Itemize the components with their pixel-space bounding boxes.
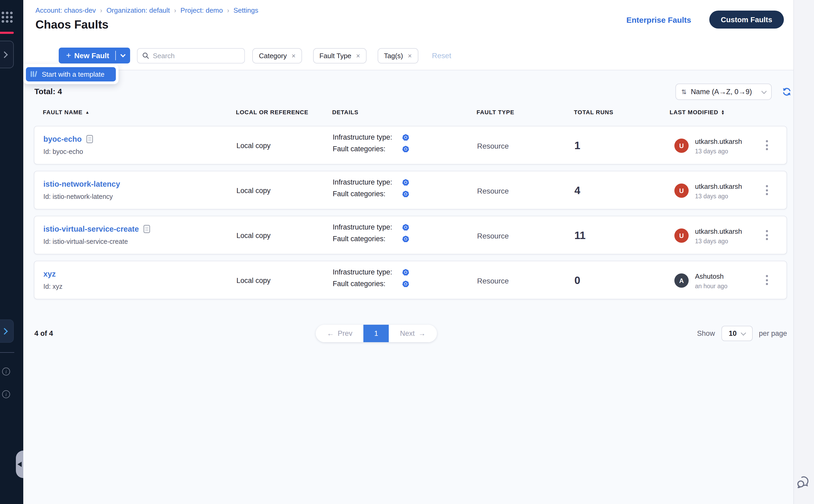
table-row[interactable]: byoc-echo Id: byoc-echo Local copy Infra… — [34, 126, 787, 164]
modified-by-user: utkarsh.utkarsh — [695, 137, 742, 145]
sort-select-value: Name (A→Z, 0→9) — [691, 88, 758, 96]
row-menu-button[interactable] — [766, 140, 768, 150]
local-or-reference-value: Local copy — [236, 171, 271, 210]
filter-chip-fault-type[interactable]: Fault Type × — [313, 48, 367, 63]
nav-expand-button[interactable] — [0, 41, 14, 68]
copy-icon[interactable] — [143, 225, 150, 233]
chevron-down-icon — [761, 88, 767, 94]
kubernetes-icon — [402, 280, 409, 287]
support-chat-icon[interactable] — [795, 474, 811, 492]
app-grid-icon[interactable] — [2, 12, 13, 23]
fault-id: Id: istio-virtual-service-create — [43, 238, 150, 245]
fault-type-value: Resource — [477, 171, 509, 210]
copy-icon[interactable] — [86, 135, 93, 143]
new-fault-dropdown-toggle[interactable] — [116, 54, 130, 57]
modified-by-user: Ashutosh — [695, 272, 728, 280]
breadcrumb-account[interactable]: Account: chaos-dev — [35, 6, 96, 14]
column-fault-name[interactable]: FAULT NAME ▲ — [43, 109, 90, 115]
filter-chip-label: Tag(s) — [384, 52, 403, 59]
fault-id: Id: xyz — [43, 283, 62, 290]
right-gutter — [793, 0, 814, 504]
breadcrumb-separator: › — [100, 7, 102, 14]
modified-by-user: utkarsh.utkarsh — [695, 227, 742, 235]
enterprise-faults-link[interactable]: Enterprise Faults — [626, 15, 691, 24]
fault-name-link[interactable]: istio-virtual-service-create — [43, 225, 139, 233]
total-runs-value: 0 — [574, 261, 580, 300]
arrow-left-icon: ← — [327, 329, 334, 337]
fault-name-link[interactable]: byoc-echo — [43, 135, 82, 143]
breadcrumb-project[interactable]: Project: demo — [180, 6, 223, 14]
search-field[interactable] — [137, 48, 245, 63]
search-input[interactable] — [153, 52, 240, 59]
local-or-reference-value: Local copy — [236, 126, 271, 165]
page-size-select[interactable]: 10 — [721, 326, 752, 341]
custom-faults-button[interactable]: Custom Faults — [709, 11, 784, 29]
close-icon[interactable]: × — [356, 52, 360, 59]
total-count: Total: 4 — [34, 87, 62, 96]
fault-type-value: Resource — [477, 261, 509, 300]
avatar: A — [674, 273, 689, 288]
kubernetes-icon — [402, 178, 409, 186]
row-menu-button[interactable] — [766, 185, 768, 195]
kubernetes-icon — [402, 134, 409, 141]
column-last-modified[interactable]: LAST MODIFIED ▲▼ — [670, 109, 725, 115]
sort-arrows-icon: ⇅ — [681, 88, 687, 95]
breadcrumb: Account: chaos-dev › Organization: defau… — [35, 6, 258, 14]
plus-icon: + — [66, 51, 71, 60]
refresh-button[interactable] — [782, 87, 792, 97]
per-page-label: per page — [759, 329, 787, 337]
rail-divider — [0, 352, 14, 353]
local-or-reference-value: Local copy — [236, 261, 271, 300]
info-icon[interactable]: i — [2, 390, 10, 398]
kubernetes-icon — [402, 145, 409, 153]
fault-name-link[interactable]: istio-network-latency — [43, 180, 120, 188]
chevron-down-icon — [741, 330, 746, 335]
infrastructure-type-label: Infrastructure type: — [333, 223, 402, 231]
modified-by-user: utkarsh.utkarsh — [695, 182, 742, 190]
table-row[interactable]: istio-virtual-service-create Id: istio-v… — [34, 216, 787, 254]
pagination-count: 4 of 4 — [34, 329, 53, 337]
show-label: Show — [697, 329, 715, 337]
page-number-active[interactable]: 1 — [364, 325, 389, 342]
app-viewport: i i Account: chaos-dev › Organization: d… — [0, 0, 814, 504]
avatar: U — [674, 139, 689, 153]
info-icon[interactable]: i — [2, 368, 10, 375]
reset-filters-link[interactable]: Reset — [432, 51, 451, 60]
next-page-button[interactable]: Next → — [389, 325, 437, 342]
kubernetes-icon — [402, 223, 409, 231]
page-size-value: 10 — [729, 329, 737, 337]
sidebar-collapse-handle[interactable] — [16, 451, 23, 478]
fault-name-link[interactable]: xyz — [43, 270, 56, 278]
page-title: Chaos Faults — [35, 18, 108, 32]
menu-item-start-with-template[interactable]: Start with a template — [26, 67, 116, 81]
new-fault-button[interactable]: + New Fault — [59, 48, 130, 63]
prev-page-button[interactable]: ← Prev — [316, 325, 364, 342]
new-fault-dropdown-menu: Start with a template — [23, 64, 118, 84]
template-icon — [30, 70, 38, 78]
column-local-or-reference: LOCAL OR REFERENCE — [236, 109, 308, 115]
kubernetes-icon — [402, 235, 409, 242]
filter-chip-tags[interactable]: Tag(s) × — [378, 48, 418, 63]
infrastructure-type-label: Infrastructure type: — [333, 268, 402, 276]
infrastructure-type-label: Infrastructure type: — [333, 178, 402, 186]
row-menu-button[interactable] — [766, 230, 768, 240]
breadcrumb-organization[interactable]: Organization: default — [106, 6, 170, 14]
menu-item-label: Start with a template — [42, 70, 104, 78]
sort-asc-icon: ▲ — [85, 110, 90, 114]
close-icon[interactable]: × — [291, 52, 295, 59]
table-row[interactable]: istio-network-latency Id: istio-network-… — [34, 171, 787, 209]
total-runs-value: 11 — [574, 216, 586, 255]
filter-chip-category[interactable]: Category × — [253, 48, 302, 63]
nav-expand-button-secondary[interactable] — [0, 319, 14, 343]
row-menu-button[interactable] — [766, 275, 768, 285]
left-nav-rail: i i — [0, 0, 23, 504]
avatar: U — [674, 228, 689, 243]
breadcrumb-settings[interactable]: Settings — [234, 6, 258, 14]
sort-select[interactable]: ⇅ Name (A→Z, 0→9) — [675, 84, 772, 100]
chevron-right-icon — [1, 328, 8, 334]
page-header: Account: chaos-dev › Organization: defau… — [23, 0, 793, 70]
table-row[interactable]: xyz Id: xyz Local copy Infrastructure ty… — [34, 261, 787, 299]
close-icon[interactable]: × — [408, 52, 412, 59]
infrastructure-type-label: Infrastructure type: — [333, 133, 402, 141]
modified-time: 13 days ago — [695, 238, 742, 244]
